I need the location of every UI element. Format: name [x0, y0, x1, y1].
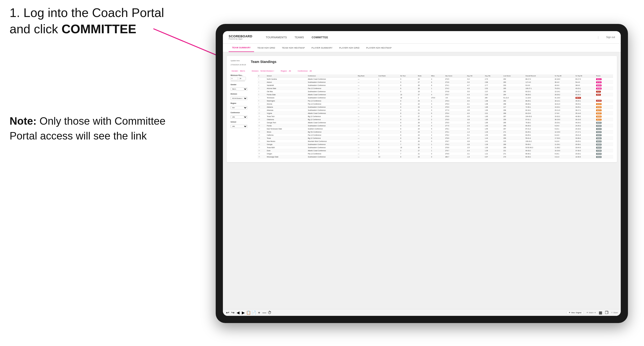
table-row: 17East Tennessee StateSouthern Conferenc…: [258, 127, 613, 130]
table-row: 22GeorgiaSoutheastern Conference—8721127…: [258, 143, 613, 146]
table-row: 19CaliforniaPac-12 Conference—48242278.2…: [258, 134, 613, 137]
table-row: 1North CarolinaAtlantic Coast Conference…: [258, 78, 613, 81]
watch-label: Watch: [589, 312, 594, 314]
eye-icon: 👁: [586, 312, 588, 314]
tablet-frame: SCOREBOARD Powered by clippd TOURNAMENTS…: [216, 24, 628, 323]
sub-nav-team-h2h-grid[interactable]: TEAM H2H GRID: [254, 43, 278, 52]
filter-group-min-rounds: Minimum Rou...: [230, 74, 254, 81]
view-original-label: View: Original: [571, 312, 582, 314]
th-school: School: [266, 74, 307, 78]
th-vs-top-50: Vs Top 50: [574, 74, 595, 78]
update-value: 27/03/2024 16:56:26: [230, 64, 246, 66]
th-reg-rank: Reg Rank: [357, 74, 378, 78]
filter-group-conference: Conference (All): [230, 112, 254, 119]
th-adj-score: Adj. Score: [444, 74, 466, 78]
filter-min-input[interactable]: [230, 77, 238, 80]
tablet-device: SCOREBOARD Powered by clippd TOURNAMENTS…: [216, 24, 628, 323]
th-rank: #: [258, 74, 266, 78]
update-label: Update time:: [230, 60, 246, 61]
th-no-tour: No Tour: [399, 74, 417, 78]
table-row: 21New MexicoMountain West Conference—182…: [258, 140, 613, 143]
table-row: 7TennesseeSoutheastern Conference—418227…: [258, 96, 613, 99]
dash-icon[interactable]: —: [263, 311, 266, 314]
content-card: Update time: 27/03/2024 16:56:26 Team St…: [227, 56, 617, 162]
filter-conference-label: Conference: [230, 112, 254, 113]
filter-slider[interactable]: [230, 81, 245, 81]
filter-conference: Conference: All: [297, 70, 312, 72]
filter-gender-select[interactable]: Men's: [230, 87, 247, 91]
bottom-bar: ↩ ↪ ◀ ▶ 📋 📄 + — ⏱ 👁: [223, 309, 621, 316]
standings-table: # School Conference Reg Rank Conf Rank N…: [258, 74, 613, 159]
nav-committee[interactable]: COMMITTEE: [308, 31, 332, 43]
sub-nav-player-h2h-grid[interactable]: PLAYER H2H GRID: [336, 43, 363, 52]
view-icon: 👁: [569, 312, 570, 314]
sub-nav-team-summary[interactable]: TEAM SUMMARY: [229, 43, 254, 52]
th-conf-rank: Conf Rank: [378, 74, 399, 78]
data-table-container: # School Conference Reg Rank Conf Rank N…: [258, 74, 613, 159]
instruction-title: 1. Log into the Coach Portal and click C…: [10, 5, 177, 37]
table-row: 14OklahomaBig 12 Conference—28242276.9-3…: [258, 118, 613, 121]
share-button[interactable]: ⇑ Share: [611, 312, 618, 314]
logo-text: SCOREBOARD: [229, 35, 252, 38]
sub-nav-player-summary[interactable]: PLAYER SUMMARY: [308, 43, 336, 52]
main-content: Update time: 27/03/2024 16:56:26 Team St…: [223, 52, 621, 309]
filter-division-label: Division: [230, 93, 254, 95]
table-row: 5Ole MissSoutheastern Conference—3618127…: [258, 90, 613, 93]
prev-icon[interactable]: ◀: [236, 311, 240, 314]
table-row: 24DukeAtlantic Coast Conference—59271279…: [258, 149, 613, 152]
table-row: 15Georgia TechAtlantic Coast Conference—…: [258, 121, 613, 124]
filter-region-select[interactable]: N/A: [230, 106, 247, 109]
top-nav: SCOREBOARD Powered by clippd TOURNAMENTS…: [223, 31, 621, 43]
table-row: 16FloridaSoutheastern Conference—7924427…: [258, 124, 613, 127]
watch-chevron: ▼: [594, 312, 596, 314]
table-row: 8WashingtonPac-12 Conference—28231276.3-…: [258, 99, 613, 102]
filter-conference-select[interactable]: (All): [230, 115, 247, 119]
filter-school-select[interactable]: (All): [230, 125, 247, 128]
table-row: 18IllinoisBig Ten Conference—18231279.1-…: [258, 130, 613, 134]
tablet-screen: SCOREBOARD Powered by clippd TOURNAMENTS…: [223, 31, 621, 316]
filter-gender: Gender: Men's: [230, 70, 245, 72]
th-low-score: Low Score: [502, 74, 524, 78]
table-row: 25OregonPac-12 Conference—57210279.5-3.1…: [258, 152, 613, 155]
sub-nav-player-h2h-heatmap[interactable]: PLAYER H2H HEATMAP: [363, 43, 395, 52]
sub-nav-team-h2h-heatmap[interactable]: TEAM H2H HEATMAP: [278, 43, 308, 52]
th-avg-sg: Avg. SG: [466, 74, 484, 78]
filter-min-rounds-label: Minimum Rou...: [230, 74, 254, 76]
nav-tournaments[interactable]: TOURNAMENTS: [262, 31, 291, 43]
th-wins: Wins: [430, 74, 444, 78]
app-container: SCOREBOARD Powered by clippd TOURNAMENTS…: [223, 31, 621, 316]
table-row: 9ArizonaPac-12 Conference—38223276.3-6.1…: [258, 102, 613, 106]
table-row: 12VirginiaAtlantic Coast Conference—3821…: [258, 112, 613, 115]
filter-max-input[interactable]: [239, 77, 246, 80]
add-icon[interactable]: +: [258, 311, 261, 314]
layout-icon[interactable]: ▦: [599, 311, 602, 314]
th-conference: Conference: [307, 74, 357, 78]
table-row: 2AuburnSoutheastern Conference—19276273.…: [258, 81, 613, 84]
th-vs-top-25: Vs Top 25: [554, 74, 574, 78]
table-row: 20TexasBig 12 Conference—38240278.6-0.71…: [258, 137, 613, 140]
filter-division-select[interactable]: NCAA Division I: [230, 97, 247, 100]
nav-separator: |: [598, 36, 598, 39]
copy-icon[interactable]: 📋: [247, 311, 250, 314]
table-header-row: # School Conference Reg Rank Conf Rank N…: [258, 74, 613, 78]
view-original-button[interactable]: 👁 View: Original: [566, 311, 584, 314]
sign-out-link[interactable]: Sign out: [606, 36, 615, 38]
instruction-area: 1. Log into the Coach Portal and click C…: [10, 5, 177, 143]
watch-button[interactable]: 👁 Watch ▼: [586, 312, 596, 314]
next-icon[interactable]: ▶: [242, 311, 245, 314]
share-label: Share: [613, 312, 618, 314]
redo-icon[interactable]: ↪: [231, 311, 234, 314]
undo-icon[interactable]: ↩: [226, 311, 229, 314]
th-avg-rd: Avg. Rd.: [484, 74, 502, 78]
table-row: 11ArkansasSoutheastern Conference—682132…: [258, 109, 613, 112]
filter-region-label: Region: [230, 102, 254, 104]
fullscreen-icon[interactable]: ❐: [605, 311, 608, 314]
th-points: Points: [595, 74, 613, 78]
nav-links: TOURNAMENTS TEAMS COMMITTEE: [262, 31, 592, 43]
clock-icon[interactable]: ⏱: [268, 311, 271, 314]
table-row: 23Texas A&MSoutheastern Conference—91030…: [258, 146, 613, 149]
nav-teams[interactable]: TEAMS: [291, 31, 308, 43]
filter-range-inputs: [230, 77, 254, 80]
bottom-left-controls: ↩ ↪ ◀ ▶ 📋 📄 + — ⏱: [226, 311, 271, 314]
paste-icon[interactable]: 📄: [252, 311, 256, 314]
